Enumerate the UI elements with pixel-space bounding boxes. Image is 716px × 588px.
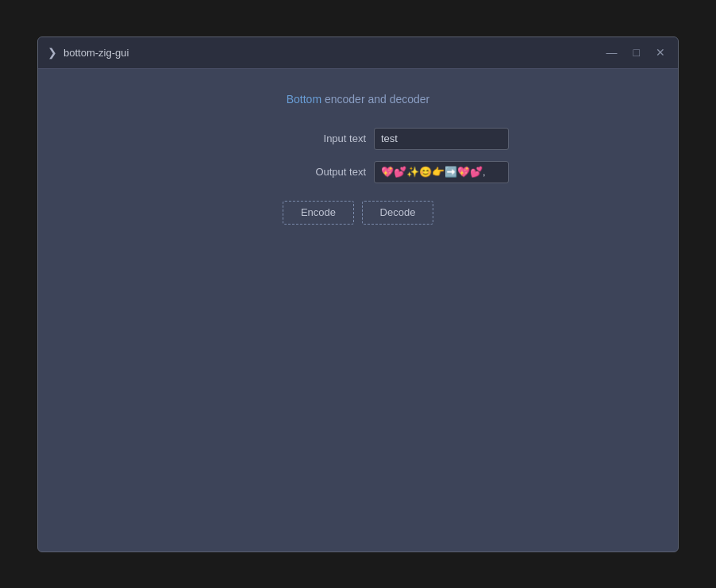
output-field-row: Output text 💖💕✨😊👉➡️💖💕,: [160, 161, 556, 183]
output-label: Output text: [298, 166, 366, 178]
input-field-row: Input text: [160, 128, 556, 150]
main-content: Bottom encoder and decoder Input text Ou…: [38, 69, 678, 551]
output-display: 💖💕✨😊👉➡️💖💕,: [374, 161, 509, 183]
form-area: Input text Output text 💖💕✨😊👉➡️💖💕, Encode…: [160, 128, 556, 225]
app-subtitle-rest: encoder and decoder: [321, 93, 429, 106]
titlebar: ❯ bottom-zig-gui — □ ✕: [38, 37, 678, 69]
input-label: Input text: [298, 133, 366, 144]
titlebar-controls: — □ ✕: [603, 45, 668, 60]
app-subtitle: Bottom encoder and decoder: [287, 93, 430, 106]
encode-button[interactable]: Encode: [283, 201, 354, 225]
app-icon: ❯: [48, 46, 57, 59]
app-window: ❯ bottom-zig-gui — □ ✕ Bottom encoder an…: [37, 37, 679, 552]
app-subtitle-highlight: Bottom: [287, 93, 321, 106]
input-text-field[interactable]: [374, 128, 509, 150]
maximize-button[interactable]: □: [630, 45, 643, 60]
window-title: bottom-zig-gui: [64, 47, 129, 59]
titlebar-left: ❯ bottom-zig-gui: [48, 46, 129, 59]
decode-button[interactable]: Decode: [362, 201, 433, 225]
minimize-button[interactable]: —: [603, 45, 621, 60]
close-button[interactable]: ✕: [652, 45, 668, 60]
button-row: Encode Decode: [283, 201, 433, 225]
